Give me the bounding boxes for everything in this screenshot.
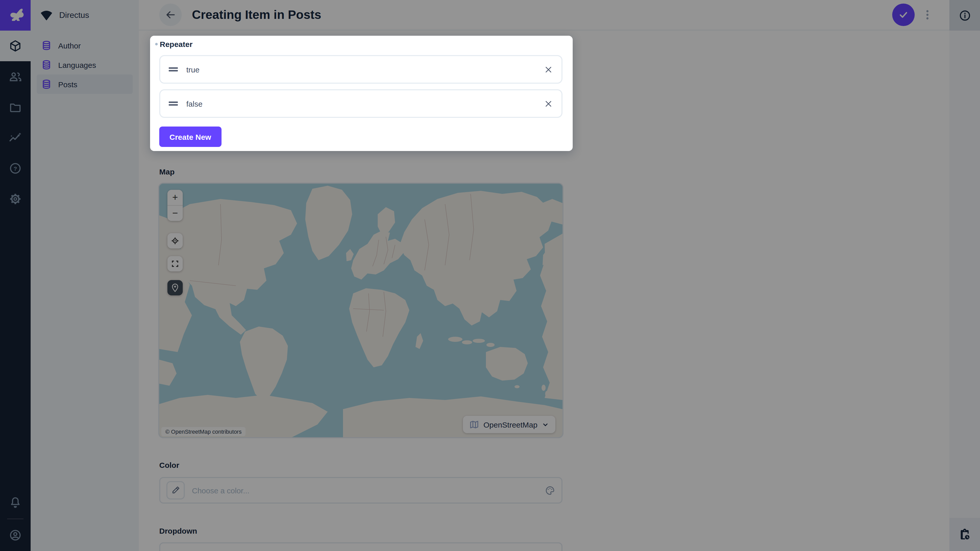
repeater-popover: Repeater Create New — [150, 36, 573, 151]
create-new-button[interactable]: Create New — [159, 127, 221, 147]
repeater-field-label: Repeater — [160, 40, 192, 48]
repeater-row — [159, 55, 563, 84]
field-edited-dot — [155, 43, 158, 45]
close-icon[interactable] — [544, 99, 553, 108]
repeater-item-input[interactable] — [185, 65, 536, 74]
drag-handle-icon[interactable] — [169, 66, 178, 73]
repeater-item-input[interactable] — [185, 99, 536, 108]
drag-handle-icon[interactable] — [169, 100, 178, 106]
repeater-row — [159, 89, 563, 118]
directus-app: ? Directus — [0, 0, 980, 551]
close-icon[interactable] — [544, 65, 553, 74]
